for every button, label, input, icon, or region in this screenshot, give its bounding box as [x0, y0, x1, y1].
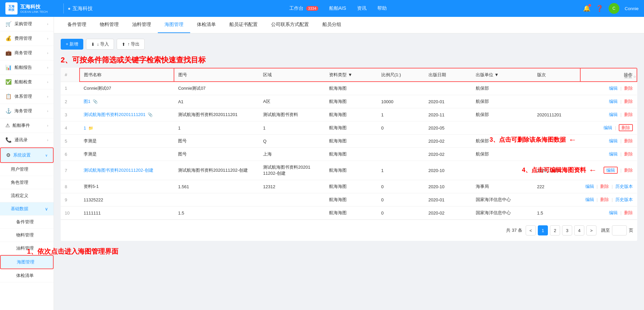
delete-btn-3[interactable]: 删除 [624, 112, 633, 117]
edit-btn-2[interactable]: 编辑 [609, 99, 618, 104]
cell-name-8: 资料5-1 [80, 180, 174, 193]
tab-spareparts[interactable]: 备件管理 [61, 17, 93, 33]
delete-btn-7[interactable]: 删除 [624, 168, 633, 173]
delete-btn-6[interactable]: 删除 [624, 151, 633, 157]
history-btn-8[interactable]: 历史版本 [615, 184, 633, 189]
sidebar-item-contacts[interactable]: 📞 通讯录 › [0, 133, 54, 147]
user-name[interactable]: Connie [625, 6, 639, 11]
th-type[interactable]: 资料类型 ▼ [325, 68, 377, 82]
page-btn-4[interactable]: 4 [574, 225, 584, 235]
sidebar-sub2-materials[interactable]: 物料管理 [0, 229, 54, 242]
cell-area-5: Q [259, 135, 325, 148]
cell-type-3: 航海海图 [325, 108, 377, 121]
reset-link[interactable]: 重置 ○ [624, 74, 636, 80]
user-avatar[interactable]: C [609, 3, 619, 14]
th-scale: 比例尺(1:) [377, 68, 425, 82]
th-pub[interactable]: 出版单位 ▼ [472, 68, 533, 82]
edit-btn-7[interactable]: 编辑 [604, 167, 618, 174]
main-content: 备件管理 物料管理 油料管理 海图管理 体检清单 船员证书配置 公司联系方式配置… [54, 17, 644, 310]
cell-fignum-10: 1.5 [174, 206, 259, 220]
delete-btn-10[interactable]: 删除 [624, 210, 633, 215]
edit-btn-3[interactable]: 编辑 [609, 112, 618, 117]
sidebar-item-system-mgmt[interactable]: 📋 体系管理 › [0, 89, 54, 104]
edit-btn-1[interactable]: 编辑 [609, 86, 618, 91]
tab-crew-group[interactable]: 船员分组 [316, 17, 348, 33]
export-button[interactable]: ⬆ ↑ 导出 [117, 39, 145, 50]
name-link-2[interactable]: 图1 [84, 99, 90, 104]
sidebar-sub-basedata[interactable]: 基础数据 ∨ [0, 202, 54, 216]
cell-name-5: 李测是 [80, 135, 174, 148]
cell-edition-1 [533, 82, 580, 95]
nav-workbench[interactable]: 工作台 3334 [289, 5, 318, 11]
tab-charts[interactable]: 海图管理 [158, 17, 190, 33]
add-button[interactable]: + 新增 [61, 39, 83, 50]
delete-btn-1[interactable]: 删除 [624, 86, 633, 91]
sidebar-item-expense[interactable]: 💰 费用管理 › [0, 31, 54, 46]
sidebar-item-settings[interactable]: ⚙ 系统设置 ∨ [0, 147, 54, 163]
nav-ais[interactable]: 船舶AIS [329, 5, 346, 11]
edit-btn-9[interactable]: 编辑 [585, 197, 594, 202]
table-row: 4 1 📁 1 1 航海海图 0 2020-05 [61, 121, 637, 135]
sidebar-item-business[interactable]: 💼 商务管理 › [0, 46, 54, 60]
delete-btn-4[interactable]: 删除 [619, 124, 633, 131]
edit-btn-4[interactable]: 编辑 [604, 125, 612, 130]
sidebar-sub2-fuel[interactable]: 油料管理 [0, 242, 54, 255]
cell-action-5: 编辑 | 删除 [580, 135, 637, 148]
cell-type-2: 航海海图 [325, 95, 377, 108]
notification-icon[interactable]: 🔔 [583, 5, 590, 12]
sidebar-item-procurement[interactable]: 🛒 采购管理 › [0, 17, 54, 31]
sidebar-sub-workflow[interactable]: 流程定义 [0, 189, 54, 202]
cell-area-10 [259, 206, 325, 220]
name-link-7[interactable]: 测试航海图书资料2020111202-创建 [84, 168, 153, 173]
cell-action-4: 编辑 | 删除 [580, 121, 637, 135]
page-btn-2[interactable]: 2 [550, 225, 560, 235]
page-btn-3[interactable]: 3 [562, 225, 572, 235]
th-name: 图书名称 [80, 68, 174, 82]
sidebar-sub2-medical[interactable]: 体检清单 [0, 269, 54, 282]
sidebar-sub-rolemgmt[interactable]: 角色管理 [0, 176, 54, 189]
name-link-3[interactable]: 测试航海图书资料20201111201 [84, 112, 146, 117]
sidebar-sub2-spareparts[interactable]: 备件管理 [0, 216, 54, 229]
cell-name-10: 1111111 [80, 206, 174, 220]
history-btn-9[interactable]: 历史版本 [615, 197, 633, 202]
next-page-btn[interactable]: > [586, 225, 596, 235]
tab-company-contact[interactable]: 公司联系方式配置 [264, 17, 316, 33]
edit-btn-10[interactable]: 编辑 [609, 210, 618, 215]
sidebar-item-report[interactable]: 📊 船舶报告 › [0, 60, 54, 75]
delete-btn-9[interactable]: 删除 [600, 197, 609, 202]
notification-dot [588, 4, 591, 7]
nav-help[interactable]: 帮助 [377, 5, 387, 11]
edit-btn-8[interactable]: 编辑 [585, 184, 594, 189]
sidebar-sub-usermgmt[interactable]: 用户管理 [0, 163, 54, 176]
sidebar-item-inspection[interactable]: ✅ 船舶检查 › [0, 75, 54, 89]
sidebar-item-seamgmt[interactable]: ⚓ 海务管理 › [0, 104, 54, 118]
name-link-4[interactable]: 1 [84, 125, 86, 131]
tab-crew-cert[interactable]: 船员证书配置 [223, 17, 264, 33]
nav-news[interactable]: 资讯 [357, 5, 367, 11]
import-button[interactable]: ⬇ ↓ 导入 [86, 39, 114, 50]
th-area: 区域 [259, 68, 325, 82]
sidebar-sub2-chartmgmt[interactable]: 海图管理 [0, 255, 54, 269]
tab-materials[interactable]: 物料管理 [93, 17, 125, 33]
delete-btn-2[interactable]: 删除 [624, 99, 633, 104]
logo-icon: 互海科技 [5, 2, 18, 15]
cell-action-2: 编辑 | 删除 [580, 95, 637, 108]
tab-fuel[interactable]: 油料管理 [125, 17, 158, 33]
help-icon[interactable]: ❓ [596, 5, 603, 12]
page-jump-input[interactable] [612, 225, 627, 235]
cell-edition-3: 2020111201 [533, 108, 580, 121]
cell-fignum-6: 图号 [174, 148, 259, 161]
edit-btn-6[interactable]: 编辑 [609, 151, 618, 157]
content-area: + 新增 ⬇ ↓ 导入 ⬆ ↑ 导出 2、可按条件筛选或关键字检索快速查找目标 … [54, 33, 644, 246]
edit-btn-5[interactable]: 编辑 [609, 138, 618, 143]
prev-page-btn[interactable]: < [526, 225, 536, 235]
tab-medical[interactable]: 体检清单 [190, 17, 223, 33]
delete-btn-5[interactable]: 删除 [624, 138, 633, 143]
delete-btn-8[interactable]: 删除 [600, 184, 609, 189]
page-jump: 跳至 页 [601, 225, 633, 235]
sidebar-item-incident[interactable]: ⚠ 船舶事件 › [0, 118, 54, 133]
cell-type-8: 航海海图 [325, 180, 377, 193]
sidebar: 🛒 采购管理 › 💰 费用管理 › 💼 商务管理 › 📊 船舶报告 › ✅ 船舶… [0, 17, 54, 310]
page-btn-1[interactable]: 1 [538, 225, 548, 235]
cell-pub-10: 国家海洋信息中心 [472, 206, 533, 220]
